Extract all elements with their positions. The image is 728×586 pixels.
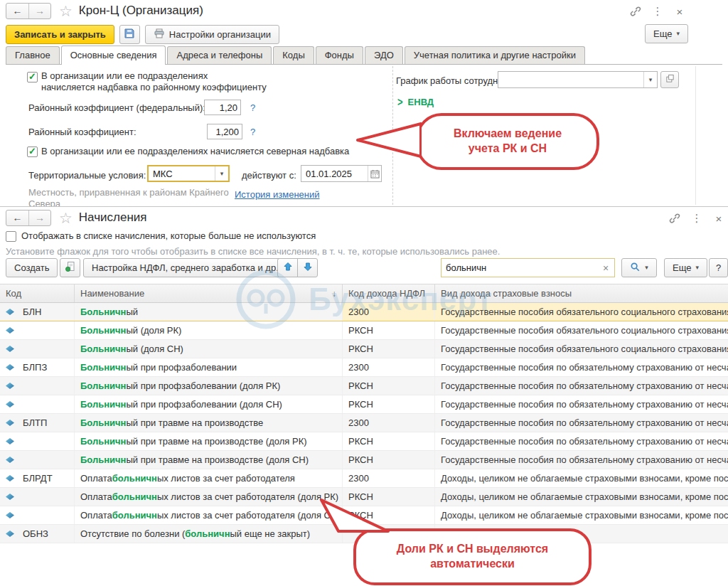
table-row[interactable]: Больничный при травме на производстве (д… bbox=[0, 432, 728, 451]
rk-federal-label: Районный коэффициент (федеральный): bbox=[28, 102, 205, 113]
move-up-button[interactable] bbox=[277, 258, 298, 277]
tab-codes[interactable]: Коды bbox=[273, 46, 314, 64]
accrual-diamond-icon bbox=[6, 309, 14, 315]
org-settings-button[interactable]: Настройки организации bbox=[145, 25, 279, 44]
forward-button[interactable]: → bbox=[28, 211, 50, 225]
cell-insurance-income: Государственные пособия по обязательному… bbox=[435, 377, 728, 395]
tab-edo[interactable]: ЭДО bbox=[365, 46, 403, 64]
ndfl-settings-button[interactable]: Настройка НДФЛ, среднего заработка и др. bbox=[83, 258, 287, 277]
cell-name: Больничный при травме на производстве (д… bbox=[75, 451, 343, 469]
cell-code bbox=[20, 451, 75, 469]
more-menu-icon[interactable]: ⋮ bbox=[690, 212, 703, 225]
table-row[interactable]: Больничный (доля СН) РКСН Государственны… bbox=[0, 340, 728, 358]
cell-ndfl-code: 2300 bbox=[343, 358, 435, 376]
rk-federal-help-icon[interactable]: ? bbox=[250, 102, 255, 113]
table-row[interactable]: Больничный при профзаболевании (доля РК)… bbox=[0, 377, 728, 395]
arrow-up-icon bbox=[283, 262, 293, 274]
envd-group-toggle[interactable]: >ЕНВД bbox=[397, 97, 434, 107]
tab-main[interactable]: Главное bbox=[6, 46, 60, 64]
accrual-diamond-icon bbox=[6, 420, 14, 426]
cell-ndfl-code: РКСН bbox=[343, 451, 435, 469]
forward-button[interactable]: → bbox=[28, 4, 50, 18]
link-icon[interactable] bbox=[668, 212, 681, 225]
cell-insurance-income: Доходы, целиком не облагаемые страховыми… bbox=[435, 469, 728, 487]
chevron-down-icon[interactable]: ▾ bbox=[643, 72, 657, 87]
close-icon[interactable]: × bbox=[673, 5, 686, 18]
rk-allowance-checkbox[interactable]: ✓ bbox=[27, 72, 38, 82]
tab-funds[interactable]: Фонды bbox=[316, 46, 363, 64]
column-header-name[interactable]: Наименование ↓ bbox=[75, 284, 343, 302]
rk-help-icon[interactable]: ? bbox=[250, 127, 255, 137]
help-button[interactable]: ? bbox=[709, 258, 728, 277]
table-row[interactable]: БЛН Больничный 2300 Государственные посо… bbox=[0, 303, 728, 321]
column-header-ndfl-code[interactable]: Код дохода НДФЛ bbox=[343, 284, 435, 302]
favorite-star-icon[interactable]: ☆ bbox=[59, 211, 73, 225]
table-row[interactable]: Больничный при травме на производстве (д… bbox=[0, 451, 728, 469]
cell-insurance-income: Доходы, целиком не облагаемые страховыми… bbox=[435, 506, 728, 524]
org-tabs: Главное Основные сведения Адреса и телеф… bbox=[6, 46, 722, 65]
favorite-star-icon[interactable]: ☆ bbox=[59, 4, 73, 18]
org-titlebar-icons: ⋮ × bbox=[629, 5, 686, 18]
screen: ← → ☆ Крон-Ц (Организация) ⋮ × Записать … bbox=[0, 0, 728, 586]
check-icon: ✓ bbox=[28, 72, 36, 81]
rk-input[interactable] bbox=[207, 124, 242, 139]
tab-basic-info[interactable]: Основные сведения bbox=[61, 46, 166, 65]
more-menu-icon[interactable]: ⋮ bbox=[651, 5, 664, 18]
floppy-icon bbox=[124, 28, 135, 41]
panel-right-border bbox=[695, 66, 696, 205]
search-icon bbox=[630, 262, 641, 275]
cell-code: БЛПЗ bbox=[20, 358, 75, 376]
link-icon[interactable] bbox=[629, 5, 642, 18]
table-row[interactable]: Больничный при профзаболевании (доля СН)… bbox=[0, 395, 728, 414]
cell-name: Больничный при профзаболевании (доля СН) bbox=[75, 395, 343, 413]
org-more-button[interactable]: Еще▾ bbox=[645, 24, 688, 43]
save-and-close-button[interactable]: Записать и закрыть bbox=[6, 25, 114, 44]
save-button[interactable] bbox=[119, 25, 140, 44]
table-row[interactable]: БЛТП Больничный при травме на производст… bbox=[0, 414, 728, 432]
cell-ndfl-code: РКСН bbox=[343, 377, 435, 395]
cell-ndfl-code: 2300 bbox=[343, 414, 435, 432]
accruals-more-button[interactable]: Еще▾ bbox=[664, 258, 707, 277]
territorial-conditions-select[interactable]: МКС ▾ bbox=[147, 165, 230, 182]
callout-rk-sn: Включаем ведение учета РК и СН bbox=[416, 113, 599, 170]
sort-descending-icon: ↓ bbox=[332, 289, 336, 299]
column-header-code[interactable]: Код bbox=[0, 284, 75, 302]
table-row[interactable]: Больничный (доля РК) РКСН Государственны… bbox=[0, 321, 728, 340]
copy-button[interactable] bbox=[60, 258, 80, 277]
cell-insurance-income: Доходы, целиком не облагаемые страховыми… bbox=[435, 488, 728, 506]
cell-ndfl-code: РКСН bbox=[343, 321, 435, 339]
move-down-button[interactable] bbox=[297, 258, 318, 277]
cell-ndfl-code: 2300 bbox=[343, 303, 435, 321]
history-link[interactable]: История изменений bbox=[235, 189, 320, 200]
back-arrow-icon: ← bbox=[13, 5, 23, 16]
open-schedule-button[interactable] bbox=[660, 71, 679, 88]
show-unused-checkbox[interactable] bbox=[6, 231, 16, 242]
rk-label: Районный коэффициент: bbox=[28, 127, 136, 137]
chevron-down-icon[interactable]: ▾ bbox=[215, 166, 228, 181]
forward-arrow-icon: → bbox=[35, 212, 45, 223]
calendar-icon[interactable] bbox=[368, 166, 381, 181]
back-button[interactable]: ← bbox=[6, 4, 28, 18]
tab-accounting-policy[interactable]: Учетная политика и другие настройки bbox=[405, 46, 585, 64]
accrual-diamond-icon bbox=[6, 364, 14, 371]
valid-from-label: действуют с: bbox=[242, 170, 296, 181]
chevron-right-icon: > bbox=[397, 95, 403, 109]
back-button[interactable]: ← bbox=[6, 211, 28, 225]
search-input[interactable] bbox=[441, 262, 597, 273]
search-button[interactable]: ▾ bbox=[621, 258, 657, 277]
sn-allowance-checkbox[interactable]: ✓ bbox=[27, 146, 38, 157]
cell-name: Больничный при травме на производстве (д… bbox=[75, 432, 343, 450]
create-button[interactable]: Создать bbox=[6, 258, 58, 277]
tab-addresses[interactable]: Адреса и телефоны bbox=[167, 46, 272, 64]
rk-federal-input[interactable] bbox=[204, 100, 241, 115]
cell-code: БЛН bbox=[20, 303, 75, 321]
clear-search-icon[interactable]: × bbox=[597, 262, 614, 274]
close-icon[interactable]: × bbox=[712, 212, 725, 225]
cell-name: Больничный bbox=[75, 303, 343, 321]
valid-from-date-input[interactable]: 01.01.2025 bbox=[301, 165, 382, 182]
callout-arrow bbox=[311, 497, 397, 534]
table-row[interactable]: БЛПЗ Больничный при профзаболевании 2300… bbox=[0, 358, 728, 377]
work-schedule-select[interactable]: ▾ bbox=[498, 71, 658, 88]
column-header-insurance-income[interactable]: Вид дохода страховые взносы bbox=[435, 284, 728, 302]
table-row[interactable]: БЛРДТ Оплата больничных листов за счет р… bbox=[0, 469, 728, 488]
